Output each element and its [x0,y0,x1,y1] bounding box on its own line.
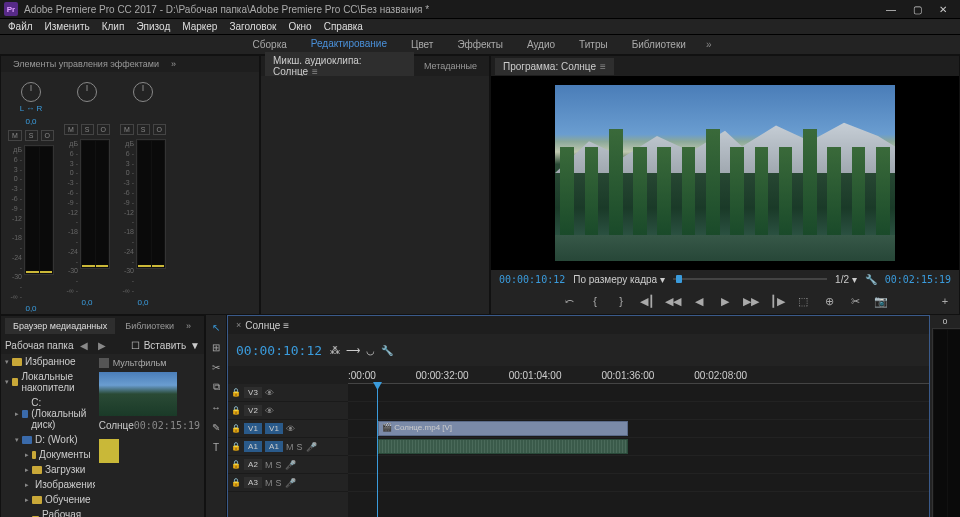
snap-icon[interactable]: ⁂ [330,345,340,356]
settings-icon[interactable]: 🔧 [865,274,877,285]
note-icon[interactable] [99,439,119,463]
mso-button[interactable]: S [137,124,150,135]
media-browser-tab[interactable]: Браузер медиаданных [5,318,115,334]
panel-arrow[interactable]: » [184,318,193,334]
lock-icon[interactable]: 🔒 [231,478,241,487]
menu-Клип[interactable]: Клип [96,19,131,34]
menu-Окно[interactable]: Окно [282,19,317,34]
menu-Эпизод[interactable]: Эпизод [130,19,176,34]
insert-checkbox-label[interactable]: Вставить [144,340,186,351]
program-tab[interactable]: Программа: Солнце≡ [495,58,614,75]
mso-button[interactable]: S [25,130,38,141]
tool-2[interactable]: ✂ [208,359,224,375]
mso-button[interactable]: M [120,124,134,135]
lock-icon[interactable]: 🔒 [231,424,241,433]
timeline-tracks[interactable]: 🎬 Солнце.mp4 [V] [348,384,929,517]
mso-button[interactable]: O [97,124,110,135]
mso-button[interactable]: O [41,130,54,141]
toggle-icon[interactable]: 👁 [286,424,295,434]
transport-btn-12[interactable]: 📷 [873,295,889,308]
filter-icon[interactable]: ▼ [190,340,200,351]
tool-0[interactable]: ↖ [208,319,224,335]
toggle-icon[interactable]: M [265,478,273,488]
transport-btn-1[interactable]: { [587,295,603,307]
panel-arrow[interactable]: » [169,56,178,72]
libraries-tab[interactable]: Библиотеки [117,318,182,334]
track-header-A2[interactable]: 🔒A2MS🎤 [228,456,348,474]
tool-4[interactable]: ↔ [208,399,224,415]
add-button[interactable]: + [937,295,953,307]
lock-icon[interactable]: 🔒 [231,388,241,397]
workspace-3[interactable]: Эффекты [445,36,514,53]
video-clip[interactable]: 🎬 Солнце.mp4 [V] [378,421,628,436]
timeline-timecode[interactable]: 00:00:10:12 [236,343,322,358]
pan-knob[interactable] [133,82,153,102]
workspace-2[interactable]: Цвет [399,36,445,53]
fit-dropdown[interactable]: По размеру кадра ▾ [573,274,665,285]
workspace-5[interactable]: Титры [567,36,620,53]
transport-btn-5[interactable]: ◀ [691,295,707,308]
transport-btn-7[interactable]: ▶▶ [743,295,759,308]
mso-button[interactable]: S [81,124,94,135]
transport-btn-0[interactable]: ⤺ [561,295,577,308]
tool-3[interactable]: ⧉ [208,379,224,395]
timeline-close-icon[interactable]: × [236,320,241,330]
pan-knob[interactable] [21,82,41,102]
transport-btn-10[interactable]: ⊕ [821,295,837,308]
transport-btn-8[interactable]: ┃▶ [769,295,785,308]
track-header-V3[interactable]: 🔒V3👁 [228,384,348,402]
tree-item[interactable]: ▾D: (Work) [1,432,95,447]
pan-knob[interactable] [77,82,97,102]
browser-path[interactable]: Рабочая папка [5,340,73,351]
workspace-4[interactable]: Аудио [515,36,567,53]
track-header-V1[interactable]: 🔒V1V1👁 [228,420,348,438]
settings-icon[interactable]: 🔧 [381,345,393,356]
tree-item[interactable]: ▸Рабочая папка [1,507,95,517]
clip-thumbnail[interactable] [99,372,177,416]
mso-button[interactable]: M [8,130,22,141]
zoom-dropdown[interactable]: 1/2 ▾ [835,274,857,285]
marker-icon[interactable]: ◡ [366,345,375,356]
tree-item[interactable]: ▸Загрузки [1,462,95,477]
track-header-A3[interactable]: 🔒A3MS🎤 [228,474,348,492]
workspace-0[interactable]: Сборка [241,36,299,53]
toggle-icon[interactable]: M [265,460,273,470]
mso-button[interactable]: M [64,124,78,135]
track-header-V2[interactable]: 🔒V2👁 [228,402,348,420]
menu-Заголовок[interactable]: Заголовок [223,19,282,34]
workspace-overflow[interactable]: » [698,36,720,53]
tree-item[interactable]: ▾Избранное [1,354,95,369]
workspace-6[interactable]: Библиотеки [620,36,698,53]
maximize-button[interactable]: ▢ [904,0,930,18]
minimize-button[interactable]: — [878,0,904,18]
lock-icon[interactable]: 🔒 [231,406,241,415]
program-scrubber[interactable] [673,278,827,280]
menu-Маркер[interactable]: Маркер [176,19,223,34]
tree-item[interactable]: ▸C: (Локальный диск) [1,395,95,432]
audio-clip[interactable] [378,439,628,454]
tool-5[interactable]: ✎ [208,419,224,435]
transport-btn-2[interactable]: } [613,295,629,307]
fwd-button[interactable]: ▶ [95,340,109,351]
transport-btn-3[interactable]: ◀┃ [639,295,655,308]
transport-btn-4[interactable]: ◀◀ [665,295,681,308]
transport-btn-11[interactable]: ✂ [847,295,863,308]
effect-controls-tab[interactable]: Элементы управления эффектами [5,56,167,72]
close-button[interactable]: ✕ [930,0,956,18]
sequence-tab[interactable]: Солнце ≡ [245,320,289,331]
program-tc-in[interactable]: 00:00:10:12 [499,274,565,285]
tree-item[interactable]: ▸Изображения [1,477,95,492]
program-video-area[interactable] [491,76,959,270]
tool-1[interactable]: ⊞ [208,339,224,355]
lock-icon[interactable]: 🔒 [231,460,241,469]
metadata-tab[interactable]: Метаданные [416,58,485,74]
transport-btn-6[interactable]: ▶ [717,295,733,308]
menu-Изменить[interactable]: Изменить [39,19,96,34]
link-icon[interactable]: ⟶ [346,345,360,356]
transport-btn-9[interactable]: ⬚ [795,295,811,308]
toggle-icon[interactable]: 👁 [265,388,274,398]
mso-button[interactable]: O [153,124,166,135]
track-header-A1[interactable]: 🔒A1A1MS🎤 [228,438,348,456]
playhead[interactable] [377,384,378,517]
tree-item[interactable]: ▸Обучение [1,492,95,507]
